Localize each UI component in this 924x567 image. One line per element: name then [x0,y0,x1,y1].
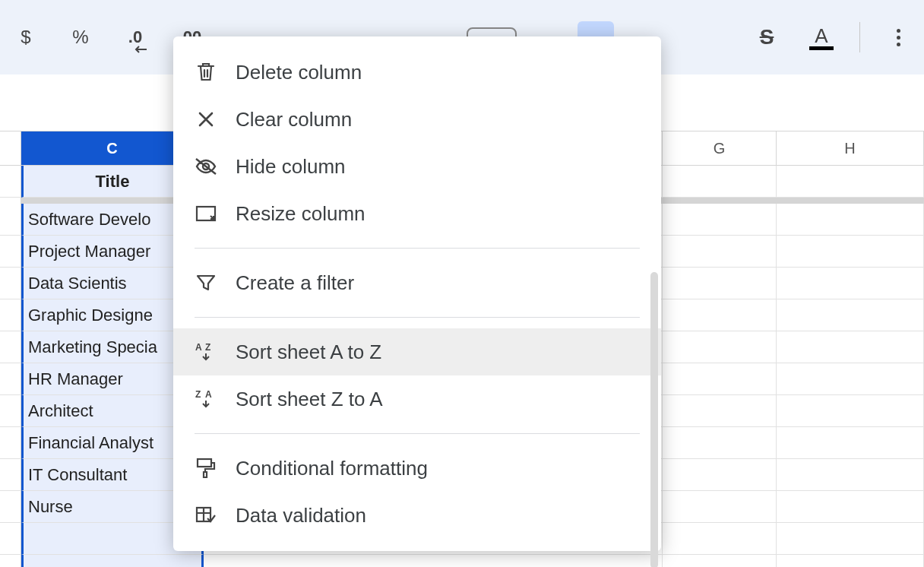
strikethrough-button[interactable]: S [750,21,783,54]
cell-empty[interactable] [663,166,777,198]
menu-item-label: Hide column [236,155,346,179]
menu-item-label: Conditional formatting [236,457,428,480]
cell-empty[interactable] [21,555,204,567]
cell-empty[interactable] [777,331,924,363]
decrease-decimal-icon: .0 [128,27,142,47]
menu-resize-column[interactable]: Resize column [173,190,661,237]
corner-gutter[interactable] [0,131,21,165]
cell-empty[interactable] [777,555,924,567]
cell-empty[interactable] [663,459,777,491]
menu-divider [195,248,640,249]
cell-empty[interactable] [777,395,924,427]
table-row [0,555,924,567]
column-header-h[interactable]: H [777,131,924,165]
menu-item-label: Data validation [236,504,366,527]
menu-sort-za[interactable]: ZA Sort sheet Z to A [173,375,661,423]
svg-text:A: A [205,389,212,400]
cell-empty[interactable] [777,299,924,331]
cell-empty[interactable] [663,491,777,523]
cell-empty[interactable] [663,363,777,395]
menu-clear-column[interactable]: Clear column [173,96,661,143]
svg-rect-6 [198,459,211,467]
menu-item-label: Sort sheet Z to A [236,388,383,411]
sort-az-icon: AZ [195,341,217,363]
column-context-menu: Delete column Clear column Hide column R… [173,36,661,551]
cell-empty[interactable] [777,204,924,236]
more-options-button[interactable] [881,21,915,54]
cell-empty[interactable] [777,363,924,395]
trash-icon [195,61,217,84]
eye-off-icon [195,155,217,178]
menu-hide-column[interactable]: Hide column [173,143,661,190]
cell-empty[interactable] [663,204,777,236]
menu-divider [195,317,640,318]
menu-item-label: Resize column [236,202,365,226]
menu-item-label: Sort sheet A to Z [236,341,381,364]
cell-empty[interactable] [204,555,663,567]
cell-empty[interactable] [777,166,924,198]
column-header-g[interactable]: G [663,131,777,165]
close-icon [195,108,217,131]
menu-divider [195,433,640,434]
cell-empty[interactable] [777,523,924,555]
menu-create-filter[interactable]: Create a filter [173,259,661,306]
sort-za-icon: ZA [195,388,217,410]
cell-empty[interactable] [777,268,924,299]
toolbar-separator [859,22,860,52]
svg-text:Z: Z [195,389,201,400]
text-color-label: A [815,24,827,48]
menu-data-validation[interactable]: Data validation [173,492,661,539]
cell-empty[interactable] [777,459,924,491]
cell-empty[interactable] [777,236,924,268]
data-validation-icon [195,504,217,527]
menu-delete-column[interactable]: Delete column [173,49,661,96]
cell-empty[interactable] [663,299,777,331]
format-percent-button[interactable]: % [64,21,97,54]
text-color-button[interactable]: A [805,21,838,54]
menu-item-label: Clear column [236,108,352,131]
cell-empty[interactable] [663,236,777,268]
cell-empty[interactable] [663,427,777,459]
paint-roller-icon [195,457,217,480]
more-vertical-icon [897,29,900,46]
text-color-swatch [809,46,834,50]
menu-item-label: Delete column [236,61,362,84]
menu-conditional-formatting[interactable]: Conditional formatting [173,445,661,492]
cell-empty[interactable] [663,555,777,567]
svg-text:Z: Z [205,342,210,353]
menu-item-label: Create a filter [236,271,354,295]
cell-empty[interactable] [663,523,777,555]
menu-sort-az[interactable]: AZ Sort sheet A to Z [173,328,661,375]
cell-empty[interactable] [777,491,924,523]
cell-empty[interactable] [663,331,777,363]
format-currency-button[interactable]: $ [9,21,43,54]
menu-scrollbar[interactable] [650,272,658,567]
svg-text:A: A [195,342,202,353]
cell-empty[interactable] [663,268,777,299]
resize-icon [195,202,217,225]
cell-empty[interactable] [777,427,924,459]
cell-empty[interactable] [663,395,777,427]
decrease-decimal-button[interactable]: .0 [119,21,152,54]
filter-icon [195,271,217,294]
